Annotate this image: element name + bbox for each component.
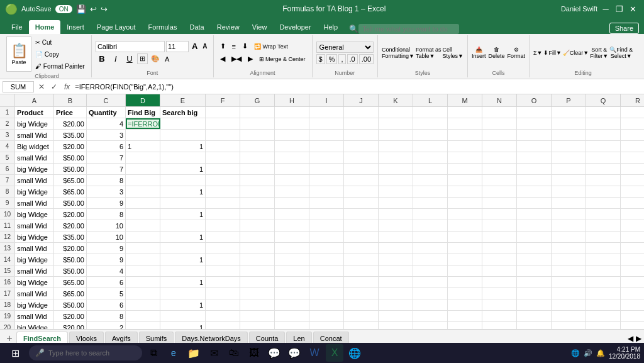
fill-button[interactable]: ⬇Fill▼ xyxy=(543,50,561,56)
cell[interactable] xyxy=(344,118,379,129)
cell[interactable] xyxy=(586,107,621,118)
undo-icon[interactable]: ↩ xyxy=(90,4,97,14)
cell[interactable] xyxy=(275,243,309,254)
volume-icon[interactable]: 🔊 xyxy=(584,349,592,357)
col-header-h[interactable]: H xyxy=(275,94,309,106)
cell[interactable] xyxy=(413,322,448,329)
cell[interactable] xyxy=(309,265,344,276)
cell[interactable] xyxy=(309,164,344,174)
cell[interactable] xyxy=(586,130,621,140)
cell[interactable] xyxy=(206,243,240,254)
cell[interactable] xyxy=(275,141,309,152)
tab-formulas[interactable]: Formulas xyxy=(142,20,184,34)
cell[interactable] xyxy=(448,152,482,163)
cell[interactable] xyxy=(126,243,160,254)
col-header-k[interactable]: K xyxy=(379,94,413,106)
cell[interactable] xyxy=(517,209,552,220)
cell[interactable] xyxy=(482,322,517,329)
cell[interactable] xyxy=(344,243,379,254)
col-header-e[interactable]: E xyxy=(160,94,206,106)
decrease-font-button[interactable]: A xyxy=(201,42,209,50)
align-bottom-button[interactable]: ⬇ xyxy=(240,41,250,52)
col-header-q[interactable]: Q xyxy=(586,94,621,106)
cell[interactable] xyxy=(309,277,344,288)
cell[interactable] xyxy=(482,130,517,140)
cell[interactable]: small Wid xyxy=(15,198,54,208)
cell[interactable] xyxy=(206,175,240,186)
row-header[interactable]: 19 xyxy=(0,311,15,321)
cell[interactable] xyxy=(413,311,448,321)
cell[interactable] xyxy=(552,243,586,254)
cell[interactable] xyxy=(309,175,344,186)
cell[interactable] xyxy=(344,164,379,174)
cell[interactable] xyxy=(275,152,309,163)
cell[interactable] xyxy=(206,299,240,310)
cell[interactable] xyxy=(275,311,309,321)
cell[interactable] xyxy=(309,254,344,265)
rows-container[interactable]: 1ProductPriceQuantityFind BigSearch big2… xyxy=(0,107,644,329)
cell[interactable] xyxy=(621,107,644,118)
cell[interactable] xyxy=(379,186,413,197)
cell[interactable] xyxy=(160,118,206,129)
cell[interactable] xyxy=(344,175,379,186)
italic-button[interactable]: I xyxy=(109,53,122,65)
cell[interactable] xyxy=(344,220,379,231)
cell[interactable]: $20.00 xyxy=(54,220,87,231)
cell[interactable] xyxy=(379,175,413,186)
cell-styles-button[interactable]: CellStyles▼ xyxy=(442,47,463,59)
cell[interactable] xyxy=(126,299,160,310)
cell[interactable] xyxy=(621,164,644,174)
cell[interactable] xyxy=(309,130,344,140)
cell[interactable]: big Widge xyxy=(15,118,54,129)
cell[interactable] xyxy=(552,277,586,288)
cell[interactable] xyxy=(344,254,379,265)
cell[interactable] xyxy=(482,288,517,299)
cell[interactable] xyxy=(482,118,517,129)
col-header-n[interactable]: N xyxy=(482,94,517,106)
cell[interactable] xyxy=(160,130,206,140)
cell[interactable] xyxy=(275,118,309,129)
col-header-a[interactable]: A xyxy=(15,94,54,106)
cell[interactable] xyxy=(126,254,160,265)
cell[interactable] xyxy=(413,118,448,129)
cell[interactable] xyxy=(309,299,344,310)
cell[interactable] xyxy=(413,220,448,231)
cell[interactable] xyxy=(586,311,621,321)
cell[interactable]: small Wid xyxy=(15,243,54,254)
cell[interactable] xyxy=(621,220,644,231)
cell[interactable] xyxy=(275,209,309,220)
cell[interactable] xyxy=(206,288,240,299)
cell[interactable]: 9 xyxy=(87,254,126,265)
cell[interactable]: $35.00 xyxy=(54,232,87,242)
cell[interactable] xyxy=(482,186,517,197)
cell[interactable] xyxy=(552,209,586,220)
browser-icon[interactable]: 🌐 xyxy=(346,344,364,362)
cell[interactable]: 3 xyxy=(87,130,126,140)
cell[interactable]: 6 xyxy=(87,299,126,310)
cell[interactable] xyxy=(206,254,240,265)
cell[interactable] xyxy=(517,232,552,242)
cell[interactable] xyxy=(621,130,644,140)
cell[interactable]: 4 xyxy=(87,118,126,129)
file-explorer-icon[interactable]: 📁 xyxy=(185,344,203,362)
cell[interactable] xyxy=(309,107,344,118)
col-header-l[interactable]: L xyxy=(413,94,448,106)
cell[interactable] xyxy=(379,220,413,231)
cell[interactable] xyxy=(482,220,517,231)
cell[interactable] xyxy=(517,130,552,140)
cell[interactable] xyxy=(586,175,621,186)
cell[interactable] xyxy=(206,107,240,118)
cell[interactable] xyxy=(517,265,552,276)
cell[interactable] xyxy=(344,288,379,299)
cell[interactable] xyxy=(126,130,160,140)
cell[interactable]: =IFERROR(FIND("Big",A2,1),"") xyxy=(126,118,160,129)
underline-button[interactable]: U xyxy=(123,53,136,65)
cell[interactable]: $50.00 xyxy=(54,152,87,163)
share-button[interactable]: Share xyxy=(609,23,639,34)
cell[interactable] xyxy=(552,141,586,152)
cell[interactable]: 9 xyxy=(87,243,126,254)
confirm-formula-button[interactable]: ✓ xyxy=(49,82,59,91)
cell[interactable] xyxy=(448,209,482,220)
cell[interactable] xyxy=(586,164,621,174)
tab-file[interactable]: File xyxy=(5,20,29,34)
